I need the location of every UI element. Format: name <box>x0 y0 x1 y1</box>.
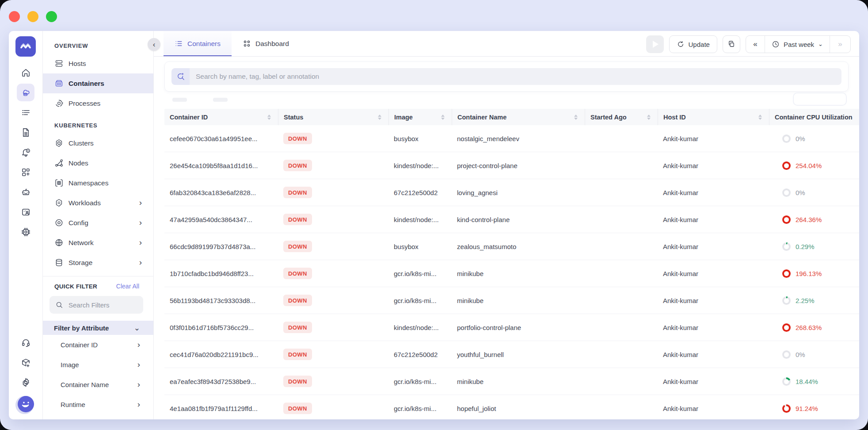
table-row[interactable]: 1b710cfadbc1bd946d8ff23...DOWNgcr.io/k8s… <box>164 260 859 287</box>
sidebar-item-hosts[interactable]: Hosts <box>43 54 153 73</box>
dashboards-nav[interactable] <box>17 163 34 181</box>
sidebar-item-label: Clusters <box>69 139 94 147</box>
sidebar-item-label: Containers <box>69 80 104 88</box>
sort-toggle[interactable] <box>267 115 271 120</box>
sidebar-item-containers[interactable]: Containers <box>43 73 153 93</box>
cell-host-id: Ankit-kumar <box>658 243 769 250</box>
logs-nav[interactable] <box>17 104 34 121</box>
filter-attribute-label: Image <box>61 361 79 369</box>
sidebar-item-workloads[interactable]: Workloads› <box>43 193 153 213</box>
alerts-nav[interactable] <box>17 143 34 161</box>
table-row[interactable]: 0f3f01b61d716bf5736cc29...DOWNkindest/no… <box>164 314 859 341</box>
filter-attribute-runtime[interactable]: Runtime› <box>43 395 153 415</box>
time-back-button[interactable]: « <box>746 36 765 53</box>
user-avatar[interactable] <box>18 396 34 412</box>
storage-icon <box>54 258 64 267</box>
sidebar-item-label: Hosts <box>69 60 86 68</box>
ai-assistant-nav[interactable] <box>17 183 34 201</box>
cell-container-name: hopeful_joliot <box>452 405 585 412</box>
sidebar-item-config[interactable]: Config› <box>43 213 153 233</box>
infrastructure-nav[interactable] <box>17 84 34 101</box>
filter-attribute-container-id[interactable]: Container ID› <box>43 335 153 355</box>
minimize-button[interactable] <box>27 11 38 22</box>
sidebar: OVERVIEWHostsContainersProcessesKUBERNET… <box>43 31 154 419</box>
chevron-down-icon: ⌄ <box>818 41 823 47</box>
desktop-background: OVERVIEWHostsContainersProcessesKUBERNET… <box>0 0 868 430</box>
sort-asc-icon <box>758 115 762 117</box>
filter-by-attribute-toggle[interactable]: Filter by Attribute ⌄ <box>43 321 153 335</box>
namespaces-icon <box>54 178 64 188</box>
sidebar-item-namespaces[interactable]: Namespaces <box>43 173 153 193</box>
home-nav[interactable] <box>17 64 34 81</box>
tab-containers-label: Containers <box>187 40 221 48</box>
sidebar-item-nodes[interactable]: Nodes <box>43 153 153 173</box>
sidebar-item-processes[interactable]: Processes <box>43 93 153 113</box>
filter-attribute-started-ago[interactable]: Started Ago› <box>43 415 153 419</box>
sidebar-item-clusters[interactable]: Clusters <box>43 133 153 153</box>
sidebar-item-storage[interactable]: Storage› <box>43 253 153 273</box>
filter-search-input[interactable]: Search Filters <box>49 296 143 314</box>
cell-cpu-utilization: 254.04% <box>769 161 859 170</box>
status-badge: DOWN <box>283 403 312 414</box>
cell-host-id: Ankit-kumar <box>658 324 769 331</box>
cell-container-id: 56b1193bd48173c93303d8... <box>164 297 278 304</box>
sort-toggle[interactable] <box>647 115 651 120</box>
cell-container-name: minikube <box>452 378 585 385</box>
play-icon <box>653 41 659 48</box>
column-header-image: Image <box>388 109 452 125</box>
time-range-dropdown[interactable]: Past week ⌄ <box>765 36 830 53</box>
reports-nav[interactable] <box>17 123 34 141</box>
sort-toggle[interactable] <box>378 115 381 120</box>
column-header-label: Started Ago <box>590 114 627 121</box>
cell-container-id: 0f3f01b61d716bf5736cc29... <box>164 324 278 331</box>
maximize-button[interactable] <box>46 11 57 22</box>
cell-container-name: kind-control-plane <box>452 216 585 223</box>
sort-toggle[interactable] <box>574 115 578 120</box>
close-button[interactable] <box>9 11 20 22</box>
time-forward-button[interactable]: » <box>830 36 850 53</box>
table-row[interactable]: ea7eafec3f8943d72538be9...DOWNgcr.io/k8s… <box>164 368 859 395</box>
filter-attribute-container-name[interactable]: Container Name› <box>43 375 153 395</box>
container-search-input[interactable]: Search by name, tag, label or annotation <box>171 68 841 85</box>
table-row[interactable]: 26e454ca109b5f8aa1d1d16...DOWNkindest/no… <box>164 152 859 179</box>
table-row[interactable]: 4e1aa081fb1f979a1f1129ffd...DOWNgcr.io/k… <box>164 395 859 419</box>
chevron-right-icon: › <box>139 258 142 266</box>
integrations-nav[interactable] <box>17 353 34 371</box>
cpu-donut-icon <box>782 134 791 143</box>
headphones-icon <box>21 338 31 348</box>
config-icon <box>54 218 64 227</box>
table-row[interactable]: cefee0670c30a61a49951ee...DOWNbusyboxnos… <box>164 125 859 152</box>
copy-button[interactable] <box>723 35 740 53</box>
app-logo[interactable] <box>15 36 36 57</box>
table-row[interactable]: 6fab320843ca183e6af2828...DOWN67c212e500… <box>164 179 859 206</box>
sidebar-collapse-button[interactable]: ‹ <box>148 38 160 51</box>
update-button[interactable]: Update <box>669 35 717 53</box>
support-nav[interactable] <box>17 334 34 351</box>
filter-search-placeholder: Search Filters <box>69 301 110 309</box>
table-row[interactable]: 47a42959a540dc3864347...DOWNkindest/node… <box>164 206 859 233</box>
table-row[interactable]: cec41d76a020db221191bc9...DOWN67c212e500… <box>164 341 859 368</box>
play-button[interactable] <box>646 35 664 53</box>
cell-container-name: nostalgic_mendeleev <box>452 135 585 142</box>
clear-all-link[interactable]: Clear All <box>116 283 139 290</box>
sort-toggle[interactable] <box>441 115 445 120</box>
column-header-container-name: Container Name <box>452 109 585 125</box>
sidebar-item-network[interactable]: Network› <box>43 233 153 253</box>
cell-status: DOWN <box>278 403 388 414</box>
columns-selector-ghost[interactable] <box>793 92 847 106</box>
column-header-container-id: Container ID <box>164 109 278 125</box>
filter-attribute-image[interactable]: Image› <box>43 355 153 375</box>
cell-status: DOWN <box>278 241 388 252</box>
chip-icon <box>21 227 31 237</box>
table-row[interactable]: 56b1193bd48173c93303d8...DOWNgcr.io/k8s-… <box>164 287 859 314</box>
table-row[interactable]: 66cdc9d891997b37d4873a...DOWNbusyboxzeal… <box>164 233 859 260</box>
rum-nav[interactable] <box>17 203 34 221</box>
tab-containers[interactable]: Containers <box>164 31 232 56</box>
sort-toggle[interactable] <box>758 115 762 120</box>
synthetics-nav[interactable] <box>17 223 34 241</box>
update-label: Update <box>689 41 710 48</box>
sidebar-item-label: Network <box>69 239 94 247</box>
cpu-value: 0.29% <box>796 243 815 250</box>
tab-dashboard[interactable]: Dashboard <box>232 31 300 56</box>
settings-nav[interactable] <box>17 373 34 391</box>
